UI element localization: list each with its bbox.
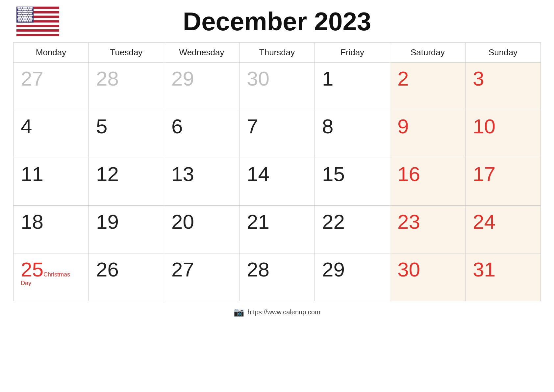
weekday-header-tuesday: Tuesday [89,43,164,63]
calendar-cell: 27 [13,63,89,110]
day-number: 20 [171,210,194,233]
day-number: 1 [322,67,333,90]
calendar-cell: 15 [315,158,390,206]
svg-point-70 [26,18,28,20]
calendar-cell: 30 [390,253,466,301]
svg-point-19 [26,7,28,9]
svg-point-75 [20,20,22,22]
svg-rect-10 [16,29,59,32]
calendar-week-4: 18192021222324 [13,206,541,253]
weekday-header-friday: Friday [315,43,390,63]
calendar-table: MondayTuesdayWednesdayThursdayFridaySatu… [13,42,541,301]
calendar-cell: 29 [164,63,239,110]
svg-point-78 [25,20,27,22]
calendar-cell: 13 [164,158,239,206]
calendar-cell: 24 [466,206,541,253]
svg-point-68 [22,18,24,20]
svg-point-40 [18,13,20,14]
calendar-cell: 29 [315,253,390,301]
day-number: 19 [96,210,119,233]
svg-point-59 [22,16,23,18]
svg-point-35 [24,11,26,13]
svg-point-64 [30,16,32,18]
svg-rect-11 [16,32,59,34]
weekday-header-thursday: Thursday [239,43,315,63]
calendar-week-3: 11121314151617 [13,158,541,206]
calendar-cell: 10 [466,110,541,158]
svg-point-43 [23,13,25,14]
svg-point-29 [29,9,30,11]
svg-point-65 [17,18,19,20]
calendar-cell: 30 [239,63,315,110]
calendar-cell: 27 [164,253,239,301]
svg-point-54 [28,14,29,16]
svg-point-37 [28,11,29,13]
day-number: 11 [21,163,43,185]
svg-point-30 [30,9,32,11]
svg-point-69 [24,18,26,20]
svg-point-71 [28,18,29,20]
svg-point-46 [29,13,30,14]
svg-point-58 [20,16,22,18]
month-title: December 2023 [183,7,371,37]
calendar-cell: 5 [89,110,164,158]
day-number: 2 [397,67,409,90]
calendar-cell: 25Christmas Day [13,253,89,301]
svg-point-80 [29,20,30,22]
svg-rect-7 [16,22,59,25]
day-number: 30 [397,258,420,281]
footer-url: https://www.calenup.com [247,308,320,316]
svg-point-38 [29,11,31,13]
svg-point-81 [30,20,32,22]
calendar-cell: 20 [164,206,239,253]
svg-point-76 [22,20,23,22]
day-number: 12 [96,163,119,185]
svg-point-52 [24,14,26,16]
weekday-header-sunday: Sunday [466,43,541,63]
svg-point-33 [21,11,22,13]
svg-point-62 [27,16,28,18]
day-number: 22 [322,210,345,233]
svg-point-55 [29,14,31,16]
svg-point-67 [21,18,22,20]
day-number: 17 [473,163,495,185]
svg-point-42 [22,13,23,14]
svg-point-32 [19,11,21,13]
svg-point-27 [25,9,27,11]
svg-point-31 [17,11,19,13]
svg-point-20 [28,7,29,9]
day-number: 4 [21,115,32,138]
svg-point-48 [17,14,19,16]
flag-icon [16,7,59,38]
day-number: 16 [397,163,420,185]
svg-point-18 [24,7,26,9]
day-number: 7 [247,115,258,138]
svg-point-34 [22,11,24,13]
day-number: 29 [322,258,345,281]
calendar-cell: 23 [390,206,466,253]
svg-point-45 [27,13,28,14]
calendar-cell: 22 [315,206,390,253]
calendar-cell: 17 [466,158,541,206]
days-header-row: MondayTuesdayWednesdayThursdayFridaySatu… [13,43,541,63]
svg-rect-9 [16,27,59,29]
day-number: 31 [473,258,495,281]
svg-point-53 [26,14,28,16]
svg-point-56 [31,14,33,16]
weekday-header-saturday: Saturday [390,43,466,63]
svg-point-17 [22,7,24,9]
weekday-header-monday: Monday [13,43,89,63]
svg-point-14 [17,7,19,9]
calendar-header: December 2023 [13,7,541,37]
day-number: 27 [21,67,43,90]
calendar-cell: 3 [466,63,541,110]
day-number: 28 [247,258,269,281]
day-number: 21 [247,210,269,233]
svg-point-47 [30,13,32,14]
calendar-cell: 26 [89,253,164,301]
day-number: 29 [171,67,194,90]
svg-point-28 [27,9,28,11]
svg-point-50 [21,14,22,16]
svg-point-21 [29,7,31,9]
svg-point-57 [18,16,20,18]
